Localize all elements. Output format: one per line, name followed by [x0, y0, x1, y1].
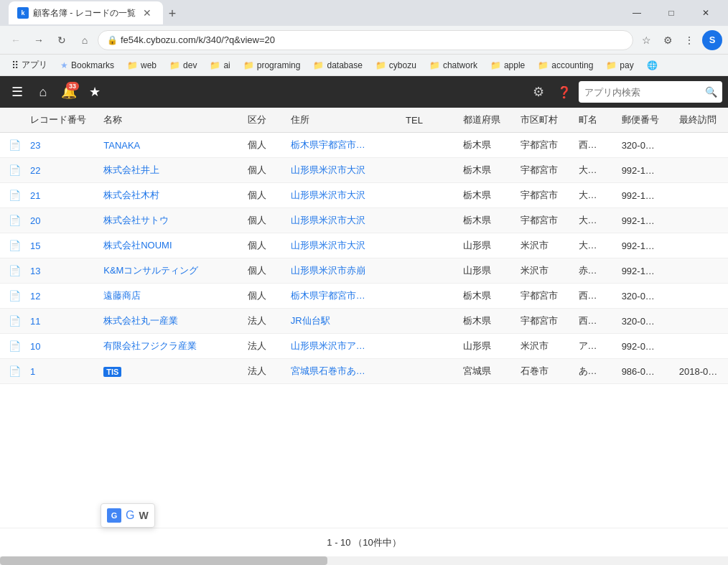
table-row[interactable]: 📄21株式会社木村個人山形県米沢市大沢栃木県宇都宮市大…992-1…: [0, 183, 728, 208]
row-last-visit: [671, 183, 728, 208]
home-icon: ⌂: [39, 85, 47, 100]
bookmark-bookmarks[interactable]: ★ Bookmarks: [55, 59, 120, 72]
folder-icon-database: 📁: [313, 60, 324, 70]
table-col-name[interactable]: 名称: [95, 108, 238, 133]
bookmark-database[interactable]: 📁 database: [307, 59, 368, 72]
row-file-icon: 📄: [0, 284, 22, 309]
bookmark-pay[interactable]: 📁 pay: [600, 59, 639, 72]
table-row[interactable]: 📄1TIS法人宮城県石巻市あ…宮城県石巻市あ…986-0…2018-0…: [0, 359, 728, 384]
bottom-scrollbar-thumb[interactable]: [0, 556, 327, 565]
table-row[interactable]: 📄22株式会社井上個人山形県米沢市大沢栃木県宇都宮市大…992-1…: [0, 158, 728, 183]
google-translate-icon[interactable]: G: [107, 508, 121, 523]
bookmark-star-button[interactable]: ☆: [636, 30, 656, 50]
favorites-button[interactable]: ★: [83, 80, 106, 103]
table-col-postal[interactable]: 郵便番号: [613, 108, 671, 133]
row-town: 大…: [570, 233, 613, 258]
back-button[interactable]: ←: [6, 30, 26, 50]
row-name[interactable]: TANAKA: [95, 133, 238, 158]
lock-icon: 🔒: [107, 35, 118, 45]
row-name[interactable]: 株式会社井上: [95, 158, 238, 183]
bookmark-chatwork[interactable]: 📁 chatwork: [424, 59, 483, 72]
row-address: JR仙台駅: [282, 309, 397, 334]
menu-button[interactable]: ⋮: [679, 30, 699, 50]
table-row[interactable]: 📄23TANAKA個人栃木県宇都宮市…栃木県宇都宮市西…320-0…: [0, 133, 728, 158]
table-wrapper[interactable]: レコード番号 名称 区分 住所 TEL 都道府県 市区町村 町名 郵便番号 最終…: [0, 108, 728, 528]
help-button[interactable]: ❓: [553, 80, 576, 103]
bookmarks-apps[interactable]: ⠿ アプリ: [6, 57, 53, 73]
row-prefecture: 栃木県: [454, 183, 512, 208]
home-button[interactable]: ⌂: [32, 80, 55, 103]
menu-toggle-button[interactable]: ☰: [6, 80, 29, 103]
tab-bar: k 顧客名簿 - レコードの一覧 ✕ +: [9, 1, 182, 24]
bookmark-web[interactable]: 📁 web: [121, 59, 162, 72]
row-file-icon: 📄: [0, 309, 22, 334]
row-prefecture: 山形県: [454, 258, 512, 284]
maximize-button[interactable]: □: [655, 2, 688, 24]
row-name[interactable]: 株式会社木村: [95, 183, 238, 208]
table-col-city[interactable]: 市区町村: [512, 108, 569, 133]
row-name[interactable]: TIS: [95, 359, 238, 384]
row-name[interactable]: 株式会社サトウ: [95, 208, 238, 233]
table-col-address[interactable]: 住所: [282, 108, 397, 133]
search-input[interactable]: [584, 87, 705, 98]
row-prefecture: 栃木県: [454, 309, 512, 334]
table-row[interactable]: 📄12遠藤商店個人栃木県宇都宮市…栃木県宇都宮市西…320-0…: [0, 284, 728, 309]
row-name[interactable]: K&Mコンサルティング: [95, 258, 238, 284]
bookmark-programing[interactable]: 📁 programing: [238, 59, 307, 72]
search-box[interactable]: 🔍: [579, 81, 722, 103]
table-row[interactable]: 📄15株式会社NOUMI個人山形県米沢市大沢山形県米沢市大…992-1…: [0, 233, 728, 258]
notification-button[interactable]: 🔔 33: [57, 80, 80, 103]
pagination-text: 1 - 10 （10件中）: [327, 536, 401, 549]
table-header: レコード番号 名称 区分 住所 TEL 都道府県 市区町村 町名 郵便番号 最終…: [0, 108, 728, 133]
forward-button[interactable]: →: [29, 30, 49, 50]
row-file-icon: 📄: [0, 183, 22, 208]
row-name[interactable]: 有限会社フジクラ産業: [95, 334, 238, 359]
row-last-visit: [671, 208, 728, 233]
bookmark-apple[interactable]: 📁 apple: [485, 59, 531, 72]
home-nav-button[interactable]: ⌂: [75, 30, 95, 50]
new-tab-button[interactable]: +: [163, 4, 182, 24]
table-col-tel[interactable]: TEL: [397, 108, 454, 133]
wikipedia-button[interactable]: W: [139, 510, 148, 521]
table-col-town[interactable]: 町名: [570, 108, 613, 133]
row-record-id: 11: [22, 309, 95, 334]
row-record-id: 15: [22, 233, 95, 258]
row-tel: [397, 334, 454, 359]
table-row[interactable]: 📄10有限会社フジクラ産業法人山形県米沢市ア…山形県米沢市ア…992-0…: [0, 334, 728, 359]
table-col-record-num[interactable]: レコード番号: [22, 108, 95, 133]
tab-close-button[interactable]: ✕: [140, 6, 154, 20]
google-translate-button[interactable]: G: [126, 509, 134, 522]
folder-icon-accounting: 📁: [538, 60, 549, 70]
profile-button[interactable]: S: [702, 30, 722, 50]
close-button[interactable]: ✕: [689, 2, 722, 24]
row-postal: 992-1…: [613, 233, 671, 258]
search-icon[interactable]: 🔍: [705, 86, 717, 98]
table-row[interactable]: 📄13K&Mコンサルティング個人山形県米沢市赤崩山形県米沢市赤…992-1…: [0, 258, 728, 284]
translation-popup: G G W: [101, 503, 155, 528]
row-name[interactable]: 遠藤商店: [95, 284, 238, 309]
row-type: 個人: [239, 208, 282, 233]
table-col-icon: [0, 108, 22, 133]
row-name[interactable]: 株式会社NOUMI: [95, 233, 238, 258]
address-input-box[interactable]: 🔒 fe54k.cybozu.com/k/340/?q&view=20: [98, 30, 633, 50]
table-row[interactable]: 📄20株式会社サトウ個人山形県米沢市大沢栃木県宇都宮市大…992-1…: [0, 208, 728, 233]
row-prefecture: 栃木県: [454, 284, 512, 309]
active-tab[interactable]: k 顧客名簿 - レコードの一覧 ✕: [9, 1, 163, 24]
settings-button[interactable]: ⚙: [527, 80, 550, 103]
bookmark-cybozu[interactable]: 📁 cybozu: [370, 59, 422, 72]
minimize-button[interactable]: —: [620, 2, 653, 24]
table-col-type[interactable]: 区分: [239, 108, 282, 133]
row-postal: 986-0…: [613, 359, 671, 384]
table-col-pref[interactable]: 都道府県: [454, 108, 512, 133]
row-name[interactable]: 株式会社丸一産業: [95, 309, 238, 334]
bookmark-ai[interactable]: 📁 ai: [204, 59, 235, 72]
bookmark-accounting[interactable]: 📁 accounting: [532, 59, 599, 72]
table-row[interactable]: 📄11株式会社丸一産業法人JR仙台駅栃木県宇都宮市西…320-0…: [0, 309, 728, 334]
refresh-button[interactable]: ↻: [52, 30, 72, 50]
bottom-scrollbar[interactable]: [0, 556, 728, 565]
bookmark-globe[interactable]: 🌐: [641, 59, 663, 72]
extension-button[interactable]: ⚙: [658, 30, 678, 50]
bookmark-dev[interactable]: 📁 dev: [164, 59, 202, 72]
table-col-last-visit[interactable]: 最終訪問: [671, 108, 728, 133]
address-url: fe54k.cybozu.com/k/340/?q&view=20: [121, 34, 275, 45]
